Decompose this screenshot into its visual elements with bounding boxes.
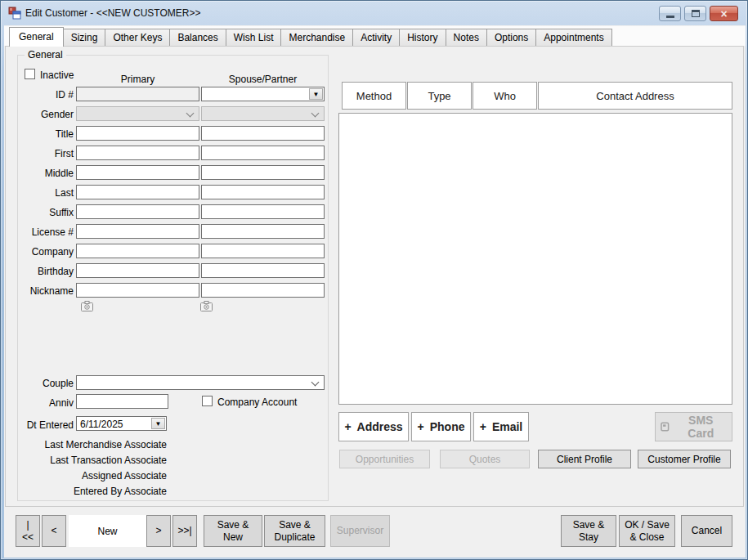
contact-header-contact-address[interactable]: Contact Address	[538, 82, 732, 110]
title-primary-input[interactable]	[76, 126, 199, 141]
suffix-primary-input[interactable]	[76, 204, 199, 219]
field-label-first: First	[17, 148, 74, 159]
spouse-column-header: Spouse/Partner	[201, 74, 325, 85]
nickname-primary-input[interactable]	[76, 283, 199, 298]
add-email-button[interactable]: + Email	[473, 412, 529, 441]
field-label-nickname: Nickname	[17, 285, 74, 297]
tab-merchandise[interactable]: Merchandise	[280, 29, 353, 46]
close-button[interactable]: ×	[710, 6, 738, 21]
field-label-birthday: Birthday	[17, 266, 74, 277]
add-phone-button[interactable]: + Phone	[411, 412, 471, 441]
sms-card-label: SMS Card	[675, 414, 727, 440]
ok-save-close-button[interactable]: OK / Save & Close	[619, 515, 675, 547]
supervisor-button: Supervisor	[330, 515, 390, 547]
license-primary-input[interactable]	[76, 224, 199, 239]
opportunities-button: Opportunities	[339, 450, 430, 468]
company-spouse-input[interactable]	[201, 244, 325, 258]
chevron-down-icon	[186, 110, 195, 118]
nav-next-button[interactable]: >	[146, 515, 171, 547]
birthday-primary-input[interactable]	[76, 263, 199, 278]
license-spouse-input[interactable]	[201, 224, 325, 239]
add-address-button[interactable]: + Address	[338, 412, 409, 441]
birthday-spouse-input[interactable]	[201, 263, 325, 278]
client-profile-button[interactable]: Client Profile	[538, 450, 631, 468]
entered-by-associate-label: Entered By Associate	[17, 486, 167, 497]
title-spouse-input[interactable]	[201, 126, 325, 141]
tab-wish-list[interactable]: Wish List	[226, 29, 282, 46]
nav-prev-button[interactable]: <	[42, 515, 66, 547]
nav-first-button[interactable]: |<<	[16, 515, 40, 547]
general-groupbox: General	[17, 55, 329, 501]
anniv-label: Anniv	[17, 397, 74, 409]
sms-card-button: SMS Card	[655, 412, 732, 441]
tab-history[interactable]: History	[399, 29, 446, 46]
gender-primary-combobox	[76, 106, 199, 121]
spouse-photo-button[interactable]	[199, 301, 213, 312]
anniv-input[interactable]	[76, 394, 168, 409]
inactive-label: Inactive	[40, 69, 74, 81]
company-primary-input[interactable]	[76, 244, 199, 258]
middle-spouse-input[interactable]	[201, 165, 325, 180]
save-and-duplicate-button[interactable]: Save & Duplicate	[264, 515, 325, 547]
id-spouse-combobox[interactable]: ▼	[201, 87, 325, 101]
contact-header-method[interactable]: Method	[342, 82, 406, 110]
assigned-associate-label: Assigned Associate	[17, 470, 167, 482]
customer-profile-button[interactable]: Customer Profile	[638, 450, 731, 468]
tab-strip: General Sizing Other Keys Balances Wish …	[4, 26, 746, 46]
contact-list[interactable]	[338, 113, 732, 405]
tab-sizing[interactable]: Sizing	[63, 29, 106, 46]
first-spouse-input[interactable]	[201, 146, 325, 160]
plus-icon: +	[344, 420, 351, 433]
window-controls: ×	[659, 6, 738, 21]
field-label-gender: Gender	[17, 109, 74, 120]
field-label-license: License #	[17, 226, 74, 238]
company-account-checkbox[interactable]	[202, 396, 213, 406]
id-primary-field	[76, 87, 199, 101]
couple-combobox[interactable]	[76, 375, 325, 390]
tab-activity[interactable]: Activity	[352, 29, 400, 46]
sms-card-icon	[661, 422, 670, 432]
contact-header-type[interactable]: Type	[407, 82, 472, 110]
primary-column-header: Primary	[76, 74, 199, 85]
inactive-checkbox[interactable]	[25, 69, 35, 79]
tab-balances[interactable]: Balances	[169, 29, 226, 46]
primary-photo-button[interactable]	[80, 301, 93, 312]
tab-other-keys[interactable]: Other Keys	[105, 29, 170, 46]
contact-header-who[interactable]: Who	[473, 82, 537, 110]
field-label-title: Title	[17, 128, 74, 140]
last-transaction-associate-label: Last Transaction Associate	[17, 455, 167, 466]
tab-appointments[interactable]: Appointments	[535, 29, 611, 46]
last-merchandise-associate-label: Last Merchandise Associate	[17, 439, 167, 450]
title-bar[interactable]: Edit Customer - <<NEW CUSTOMER>> ×	[1, 1, 747, 25]
gender-spouse-combobox	[201, 106, 325, 121]
middle-primary-input[interactable]	[76, 165, 199, 180]
plus-icon: +	[480, 420, 486, 433]
nav-last-button[interactable]: >>|	[172, 515, 197, 547]
maximize-button[interactable]	[684, 6, 706, 21]
last-spouse-input[interactable]	[201, 185, 325, 199]
dropdown-arrow-icon[interactable]: ▼	[309, 88, 323, 100]
dt-entered-label: Dt Entered	[17, 419, 74, 431]
add-phone-label: Phone	[430, 420, 465, 433]
save-and-stay-button[interactable]: Save & Stay	[561, 515, 616, 547]
tab-options[interactable]: Options	[486, 29, 536, 46]
field-label-id: ID #	[17, 89, 74, 101]
last-primary-input[interactable]	[76, 185, 199, 199]
minimize-icon	[666, 16, 674, 18]
camera-icon	[200, 301, 213, 311]
tab-general[interactable]: General	[9, 27, 64, 47]
first-primary-input[interactable]	[76, 146, 199, 160]
quotes-button: Quotes	[440, 450, 530, 468]
groupbox-legend: General	[25, 49, 66, 60]
app-form-icon	[8, 7, 21, 20]
cancel-button[interactable]: Cancel	[681, 515, 732, 547]
dt-entered-datepicker[interactable]: 6/11/2025 ▼	[76, 416, 167, 431]
suffix-spouse-input[interactable]	[201, 204, 325, 219]
field-label-suffix: Suffix	[17, 207, 74, 218]
maximize-icon	[692, 10, 700, 17]
tab-notes[interactable]: Notes	[446, 29, 487, 46]
save-and-new-button[interactable]: Save & New	[204, 515, 262, 547]
dropdown-arrow-icon[interactable]: ▼	[151, 418, 165, 429]
nickname-spouse-input[interactable]	[201, 283, 325, 298]
minimize-button[interactable]	[659, 6, 681, 21]
